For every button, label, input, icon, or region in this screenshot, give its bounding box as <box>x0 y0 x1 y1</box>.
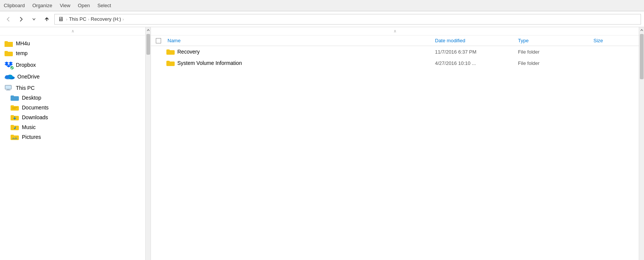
sidebar-item-pictures[interactable]: Pictures <box>0 132 145 142</box>
folder-pictures-icon <box>11 134 19 140</box>
file-row-sysvolinfo[interactable]: System Volume Information 4/27/2016 10:1… <box>151 57 639 69</box>
svg-rect-24 <box>12 107 17 108</box>
folder-music-icon <box>11 124 19 131</box>
file-list: Recovery 11/7/2016 6:37 PM File folder <box>151 46 639 260</box>
svg-rect-27 <box>11 115 14 117</box>
svg-rect-35 <box>166 61 170 63</box>
toolbar: Clipboard Organize View Open Select <box>0 0 644 11</box>
forward-button[interactable] <box>16 14 26 25</box>
folder-downloads-icon <box>11 114 19 121</box>
file-row-recovery[interactable]: Recovery 11/7/2016 6:37 PM File folder <box>151 46 639 57</box>
sidebar-item-desktop[interactable]: Desktop <box>0 93 145 103</box>
sidebar-item-thispc[interactable]: This PC <box>0 83 145 93</box>
svg-rect-23 <box>11 105 14 107</box>
content-scroll-thumb[interactable] <box>640 34 644 79</box>
onedrive-icon <box>5 73 14 80</box>
file-type-sysvolinfo: File folder <box>518 60 593 66</box>
svg-rect-33 <box>166 49 170 51</box>
main-layout: ∧ MH4u <box>0 27 644 260</box>
sidebar-label-dropbox: Dropbox <box>16 62 36 68</box>
svg-point-15 <box>5 75 9 78</box>
svg-rect-17 <box>5 86 11 89</box>
svg-rect-19 <box>6 90 11 91</box>
toolbar-select[interactable]: Select <box>97 3 111 8</box>
breadcrumb[interactable]: 🖥 › This PC › Recovery (H:) › <box>54 14 641 25</box>
file-date-recovery: 11/7/2016 6:37 PM <box>435 49 518 55</box>
sidebar-item-onedrive[interactable]: OneDrive <box>0 72 145 82</box>
file-folder-icon <box>166 60 175 66</box>
folder-desktop-icon <box>11 94 19 101</box>
column-headers: Name Date modified Type Size <box>151 35 639 46</box>
content-sort-indicator: ∧ <box>393 29 397 34</box>
sidebar-item-dropbox[interactable]: Dropbox <box>0 60 145 70</box>
toolbar-organize[interactable]: Organize <box>32 3 52 8</box>
svg-rect-21 <box>11 95 14 97</box>
sidebar-item-music[interactable]: Music <box>0 122 145 132</box>
sidebar-label-pictures: Pictures <box>22 134 41 140</box>
history-dropdown-button[interactable] <box>29 14 39 25</box>
toolbar-view[interactable]: View <box>60 3 70 8</box>
thispc-icon <box>5 85 13 91</box>
content-scrollbar[interactable] <box>639 27 644 260</box>
checkbox-box[interactable] <box>156 38 161 43</box>
sidebar-label-downloads: Downloads <box>22 114 48 120</box>
breadcrumb-drive[interactable]: Recovery (H:) <box>91 16 121 22</box>
sidebar-item-documents[interactable]: Documents <box>0 103 145 112</box>
toolbar-clipboard[interactable]: Clipboard <box>4 3 25 8</box>
file-folder-icon <box>166 48 175 55</box>
file-type-recovery: File folder <box>518 49 593 55</box>
svg-rect-29 <box>11 125 14 127</box>
nav-bar: 🖥 › This PC › Recovery (H:) › <box>0 11 644 27</box>
folder-icon <box>5 40 13 47</box>
sidebar-scroll-up[interactable] <box>146 27 151 33</box>
svg-rect-3 <box>5 41 8 43</box>
sidebar-item-mh4u[interactable]: MH4u <box>0 38 145 48</box>
svg-rect-18 <box>7 89 9 90</box>
breadcrumb-thispc[interactable]: This PC <box>69 16 86 22</box>
sidebar-item-temp[interactable]: temp <box>0 48 145 58</box>
svg-rect-31 <box>11 135 14 137</box>
svg-rect-25 <box>12 108 16 109</box>
content-scroll-up[interactable] <box>639 27 644 33</box>
breadcrumb-sep-3: › <box>123 17 124 22</box>
sidebar-sort-indicator: ∧ <box>71 29 74 34</box>
sidebar-label-thispc: This PC <box>16 85 35 91</box>
folder-icon <box>5 50 13 57</box>
toolbar-open[interactable]: Open <box>78 3 90 8</box>
sidebar-label-documents: Documents <box>22 105 49 111</box>
sidebar-scrollbar[interactable] <box>145 27 151 260</box>
breadcrumb-sep-1: › <box>66 17 68 22</box>
up-button[interactable] <box>41 14 52 25</box>
select-all-checkbox[interactable] <box>151 38 166 43</box>
sidebar-wrapper: ∧ MH4u <box>0 27 151 260</box>
sidebar-label-desktop: Desktop <box>22 95 41 101</box>
folder-documents-icon <box>11 104 19 111</box>
sidebar-label-temp: temp <box>16 50 28 56</box>
sidebar-scroll-thumb[interactable] <box>146 34 150 55</box>
sidebar-item-downloads[interactable]: Downloads <box>0 112 145 122</box>
col-header-type[interactable]: Type <box>518 38 593 43</box>
file-name-sysvolinfo: System Volume Information <box>177 60 435 66</box>
dropbox-icon <box>5 61 13 69</box>
col-header-date[interactable]: Date modified <box>435 38 518 43</box>
file-date-sysvolinfo: 4/27/2016 10:10 ... <box>435 60 518 66</box>
sidebar-label-mh4u: MH4u <box>16 40 30 46</box>
file-name-recovery: Recovery <box>177 49 435 55</box>
sidebar-label-onedrive: OneDrive <box>17 74 40 80</box>
col-header-name[interactable]: Name <box>166 38 435 43</box>
sidebar: MH4u temp <box>0 35 145 145</box>
content-area: ∧ Name Date modified Type Size <box>151 27 639 260</box>
breadcrumb-sep-2: › <box>88 17 89 22</box>
svg-rect-5 <box>5 51 8 53</box>
sidebar-label-music: Music <box>22 124 36 130</box>
content-wrapper: ∧ Name Date modified Type Size <box>151 27 644 260</box>
drive-icon: 🖥 <box>58 16 64 23</box>
back-button[interactable] <box>3 14 14 25</box>
col-header-size[interactable]: Size <box>593 38 639 43</box>
